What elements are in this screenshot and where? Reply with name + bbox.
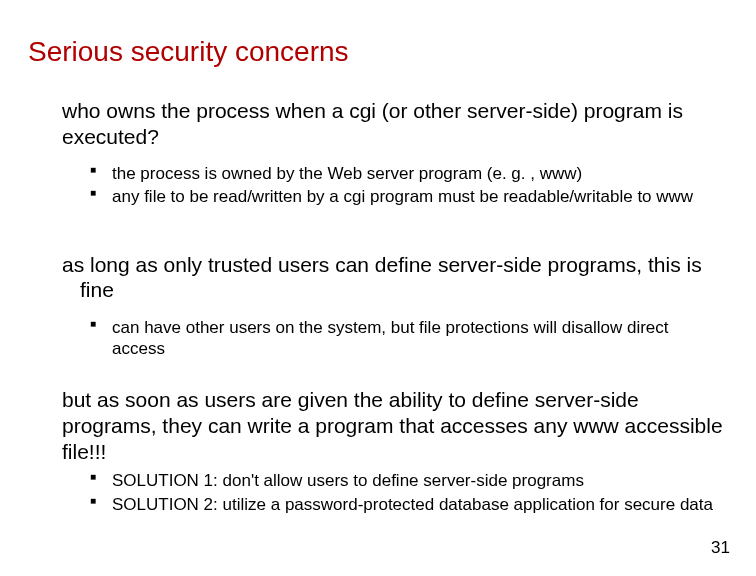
list-item: the process is owned by the Web server p… [90, 163, 720, 184]
paragraph-1: who owns the process when a cgi (or othe… [62, 98, 724, 149]
paragraph-3: but as soon as users are given the abili… [62, 387, 724, 464]
list-item: SOLUTION 2: utilize a password-protected… [90, 494, 720, 515]
slide: Serious security concerns who owns the p… [0, 0, 756, 576]
page-number: 31 [711, 538, 730, 558]
list-item: any file to be read/written by a cgi pro… [90, 186, 720, 207]
slide-title: Serious security concerns [28, 36, 734, 68]
bullet-list-2: can have other users on the system, but … [90, 317, 734, 360]
list-item: SOLUTION 1: don't allow users to define … [90, 470, 720, 491]
paragraph-2: as long as only trusted users can define… [62, 252, 724, 303]
list-item: can have other users on the system, but … [90, 317, 720, 360]
bullet-list-1: the process is owned by the Web server p… [90, 163, 734, 208]
bullet-list-3: SOLUTION 1: don't allow users to define … [90, 470, 734, 515]
